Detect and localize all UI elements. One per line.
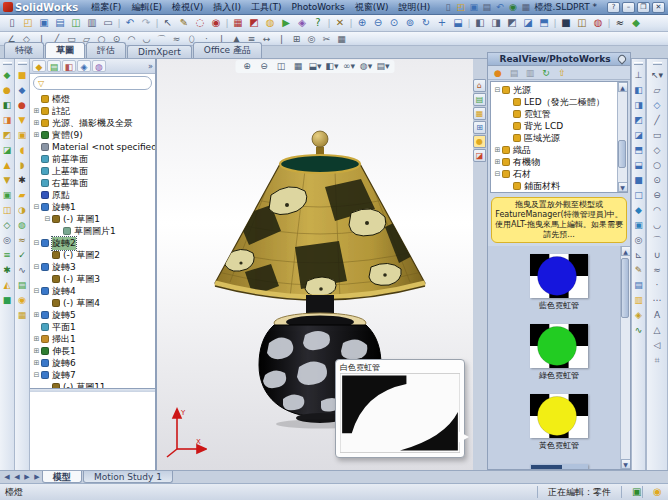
scroll-up-icon[interactable]: ▲ xyxy=(621,246,631,256)
normal-to-icon[interactable]: ⊥ xyxy=(632,69,645,82)
hole-wizard-icon[interactable]: ◎ xyxy=(1,234,14,247)
featuremanager-tab-icon[interactable]: ◆ xyxy=(32,60,46,72)
dome-icon[interactable]: ◖ xyxy=(16,144,29,157)
photoworks-render-icon[interactable]: ◉ xyxy=(208,16,224,30)
feature-tree-item[interactable]: 原點 xyxy=(32,189,155,201)
expand-toggle-icon[interactable]: ⊞ xyxy=(32,131,41,139)
feature-tree-item[interactable]: (-) 草圖11 xyxy=(43,381,155,388)
photoworks-preview-icon[interactable]: ◌ xyxy=(192,16,208,30)
expand-toggle-icon[interactable]: ⊟ xyxy=(32,287,41,295)
three-point-arc-icon[interactable]: ∪ xyxy=(651,249,664,262)
isometric-view-icon[interactable]: ■ xyxy=(632,174,645,187)
hidden-lines-removed-icon[interactable]: ◩ xyxy=(504,16,520,30)
zoom-in-out-icon[interactable]: ⊙ xyxy=(386,16,402,30)
revolve-feature-icon[interactable]: ◆ xyxy=(16,84,29,97)
zoom-to-fit-icon[interactable]: ⊕ xyxy=(354,16,370,30)
save-icon[interactable]: ▣ xyxy=(467,2,480,12)
open-library-icon[interactable]: ▤ xyxy=(507,67,521,79)
linear-pattern-icon[interactable]: ≡ xyxy=(1,249,14,262)
front-view-icon[interactable]: ◧ xyxy=(632,84,645,97)
help-icon[interactable]: ? xyxy=(310,16,326,30)
commandmanager-tab[interactable]: DimXpert xyxy=(127,45,192,58)
line-icon[interactable]: ╱ xyxy=(651,114,664,127)
expand-toggle-icon[interactable]: ⊟ xyxy=(43,215,52,223)
search-icon[interactable]: ⊞ xyxy=(473,121,486,134)
smart-dimension-icon[interactable]: ◇ xyxy=(651,99,664,112)
select-icon[interactable]: ↖▾ xyxy=(651,69,664,82)
arc-icon[interactable]: ⌒ xyxy=(651,234,664,247)
convert-entities-icon[interactable]: ⊞ xyxy=(289,32,304,46)
top-view-icon[interactable]: ⬒ xyxy=(632,144,645,157)
feature-tree-item[interactable]: Material <not specified> xyxy=(32,141,155,153)
expand-toggle-icon[interactable]: ⊞ xyxy=(32,335,41,343)
perpendicular-icon[interactable]: ⊾ xyxy=(632,249,645,262)
instant-edit-icon[interactable]: ▤ xyxy=(632,279,645,292)
commandmanager-tab[interactable]: 特徵 xyxy=(4,42,44,58)
scrollbar-thumb[interactable] xyxy=(621,258,629,318)
realview-icon[interactable]: ◍ xyxy=(590,16,606,30)
centerpoint-arc-icon[interactable]: ◠ xyxy=(124,32,139,46)
feature-tree-item[interactable]: 上基準面 xyxy=(32,165,155,177)
single-view-icon[interactable]: ▣ xyxy=(632,219,645,232)
flex-icon[interactable]: ≈ xyxy=(16,234,29,247)
parabola-icon[interactable]: ◡ xyxy=(651,219,664,232)
rib-icon[interactable]: ▣ xyxy=(1,189,14,202)
print-preview-icon[interactable]: ▭ xyxy=(100,16,116,30)
shaded-with-edges-icon[interactable]: ◪ xyxy=(520,16,536,30)
tab-scroll-button[interactable]: ◀ xyxy=(12,473,22,481)
perimeter-circle-icon[interactable]: ⊙ xyxy=(651,174,664,187)
wireframe-icon[interactable]: ◧ xyxy=(472,16,488,30)
feature-tree-item[interactable]: ⊞ 掃出1 xyxy=(32,333,155,345)
options-icon[interactable]: ▦ xyxy=(519,2,532,12)
offset-entities-icon[interactable]: ◎ xyxy=(304,32,319,46)
make-assembly-icon[interactable]: ◫ xyxy=(68,16,84,30)
undo-icon[interactable]: ↶ xyxy=(493,2,506,12)
partial-ellipse-icon[interactable]: ◠ xyxy=(651,204,664,217)
document-tab[interactable]: 模型 xyxy=(42,471,82,483)
trimetric-view-icon[interactable]: □ xyxy=(632,189,645,202)
tab-scroll-button[interactable]: ▶ xyxy=(32,473,42,481)
section-view-icon[interactable]: ◫ xyxy=(574,16,590,30)
appearance-tree-item[interactable]: 區域光源 xyxy=(504,132,627,144)
wrap-icon[interactable]: ◗ xyxy=(16,159,29,172)
feature-tree-item[interactable]: ⊟ 旋轉2 xyxy=(32,237,155,249)
feature-tree-item[interactable]: ⊞ 註記 xyxy=(32,105,155,117)
appearance-tree-item[interactable]: ⊟ 石材 xyxy=(493,168,627,180)
feature-tree-root[interactable]: 檯燈 xyxy=(32,93,155,105)
feature-tree-item[interactable]: 草圖圖片1 xyxy=(54,225,155,237)
three-point-arc-icon[interactable]: ⌒ xyxy=(154,32,169,46)
reference-geometry-icon[interactable]: ■ xyxy=(1,294,14,307)
up-one-level-icon[interactable]: ⇧ xyxy=(555,67,569,79)
custom-properties-icon[interactable]: ◪ xyxy=(473,149,486,162)
scroll-down-icon[interactable]: ▼ xyxy=(621,459,631,469)
appearance-tree-item[interactable]: LED（發光二極體） xyxy=(504,96,627,108)
chamfer-icon[interactable]: ▼ xyxy=(1,174,14,187)
offset-icon[interactable]: ◁ xyxy=(651,339,664,352)
pattern-icon[interactable]: ⌗ xyxy=(651,354,664,367)
feature-tree-item[interactable]: (-) 草圖3 xyxy=(43,273,155,285)
open-icon[interactable]: ◰ xyxy=(454,2,467,12)
paint-icon[interactable]: ◈ xyxy=(632,309,645,322)
feature-tree-item[interactable]: ⊞ 實體(9) xyxy=(32,129,155,141)
instant3d-icon[interactable]: ▤ xyxy=(16,279,29,292)
polygon-icon[interactable]: ◇ xyxy=(651,144,664,157)
new-icon[interactable]: ▯ xyxy=(441,2,454,12)
extruded-cut-icon[interactable]: ◩ xyxy=(1,129,14,142)
render-to-file-icon[interactable]: ◈ xyxy=(294,16,310,30)
lasso-icon[interactable]: ▱ xyxy=(651,84,664,97)
redo-icon[interactable]: ↷ xyxy=(138,16,154,30)
file-explorer-icon[interactable]: ▦ xyxy=(473,107,486,120)
toolbar-grip[interactable] xyxy=(3,62,12,65)
zebra-stripes-icon[interactable]: ≈ xyxy=(612,16,628,30)
sketch-on-plane-icon[interactable]: ✎ xyxy=(632,264,645,277)
lofted-boss-icon[interactable]: ◨ xyxy=(1,114,14,127)
extruded-boss-icon[interactable]: ◆ xyxy=(1,69,14,82)
toolbar-grip[interactable] xyxy=(653,62,662,65)
feature-tree-item[interactable]: ⊞ 旋轉6 xyxy=(32,357,155,369)
menu-item[interactable]: 編輯(E) xyxy=(126,1,167,14)
expand-toggle-icon[interactable]: ⊟ xyxy=(32,239,41,247)
appearance-swatch[interactable]: 藍色霓虹管 xyxy=(530,254,588,311)
indent-icon[interactable]: ◍ xyxy=(16,219,29,232)
sketch-toggle-icon[interactable]: ✕ xyxy=(332,16,348,30)
design-library-icon[interactable]: ▤ xyxy=(473,93,486,106)
